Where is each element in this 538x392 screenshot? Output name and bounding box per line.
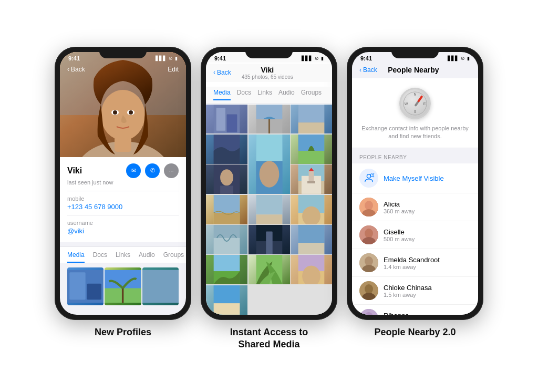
svg-rect-54 [266, 231, 272, 254]
message-button[interactable]: ✉ [126, 163, 141, 178]
person-name-alicia: Alicia [384, 200, 471, 208]
tab-audio[interactable]: Audio [139, 251, 155, 263]
back-button[interactable]: ‹ Back [359, 66, 377, 74]
grid-item-4[interactable] [206, 135, 247, 164]
username-field: username @viki [67, 215, 179, 239]
phone2-caption: Instant Access to Shared Media [230, 326, 308, 351]
more-button[interactable]: ··· [164, 163, 179, 178]
media-thumb-1[interactable] [67, 267, 104, 305]
person-row-alicia[interactable]: Alicia 360 m away [352, 193, 478, 221]
grid-item-5[interactable] [249, 135, 290, 194]
grid-item-2[interactable] [249, 105, 290, 134]
grid-item-8[interactable] [291, 164, 332, 194]
phone1-time: 9:41 [68, 55, 80, 61]
tab-media[interactable]: Media [67, 251, 85, 263]
more-icon: ··· [169, 168, 173, 174]
grid-item-6[interactable] [291, 135, 332, 164]
phone2-time: 9:41 [214, 55, 226, 61]
person-row-rihanna[interactable]: Rihanna 1.6 km away [352, 305, 478, 314]
grid-item-10[interactable] [249, 195, 290, 224]
person-dist-giselle: 500 m away [384, 236, 471, 242]
svg-point-75 [365, 201, 373, 210]
grid-item-18[interactable] [206, 285, 247, 315]
back-button[interactable]: ‹ Back [67, 66, 85, 73]
make-visible-icon [359, 169, 378, 188]
grid-item-17[interactable] [291, 255, 332, 284]
phone2-notch [245, 47, 293, 58]
person-info-giselle: Giselle 500 m away [384, 228, 471, 242]
tab-audio[interactable]: Audio [278, 89, 295, 100]
svg-rect-51 [214, 238, 240, 254]
phone2-tabs: Media Docs Links Audio Groups [206, 87, 332, 104]
person-row-emelda[interactable]: Emelda Scandroot 1.4 km away [352, 249, 478, 277]
grid-item-3[interactable] [291, 105, 332, 134]
phone-icon: ✆ [150, 167, 155, 174]
svg-rect-28 [256, 135, 282, 161]
person-dist-alicia: 360 m away [384, 208, 471, 214]
svg-point-84 [365, 284, 373, 294]
profile-nav: ‹ Back Edit [60, 64, 186, 75]
svg-rect-11 [87, 283, 101, 299]
tab-docs[interactable]: Docs [93, 251, 107, 263]
tab-links[interactable]: Links [116, 251, 130, 263]
svg-rect-45 [256, 195, 282, 214]
person-row-giselle[interactable]: Giselle 500 m away [352, 221, 478, 249]
svg-rect-57 [298, 243, 325, 254]
person-info-chioke: Chioke Chinasa 1.5 km away [384, 284, 471, 298]
phone1-caption: New Profiles [95, 326, 151, 338]
grid-item-1[interactable] [206, 105, 247, 134]
svg-rect-40 [307, 181, 315, 183]
media-grid [60, 263, 186, 315]
make-visible-text[interactable]: Make Myself Visible [384, 174, 444, 182]
svg-rect-16 [142, 270, 179, 302]
phone2-section: 9:41 ▋▋▋ ⊙ ▮ ‹ Back [201, 47, 337, 351]
tab-docs[interactable]: Docs [237, 89, 251, 100]
tab-links[interactable]: Links [257, 89, 272, 100]
phone2-status-icons: ▋▋▋ ⊙ ▮ [302, 56, 324, 61]
grid-item-12[interactable] [206, 225, 247, 254]
compass-icon: N S W E [399, 88, 431, 119]
tab-groups[interactable]: Groups [301, 89, 322, 100]
svg-rect-10 [69, 272, 85, 300]
media-thumb-3[interactable] [142, 267, 179, 305]
svg-point-29 [259, 161, 279, 187]
svg-point-8 [129, 110, 133, 115]
mobile-label: mobile [67, 195, 179, 202]
mobile-value[interactable]: +123 45 678 9000 [67, 203, 179, 211]
media-thumb-2[interactable] [105, 267, 141, 305]
svg-point-78 [365, 229, 373, 238]
grid-item-7[interactable] [206, 164, 247, 194]
grid-item-15[interactable] [206, 255, 247, 284]
grid-item-14[interactable] [291, 225, 332, 254]
grid-item-11[interactable] [291, 195, 332, 224]
phone2-frame: 9:41 ▋▋▋ ⊙ ▮ ‹ Back [201, 47, 337, 320]
svg-rect-59 [214, 255, 240, 271]
edit-button[interactable]: Edit [168, 66, 179, 73]
person-name-giselle: Giselle [384, 228, 471, 236]
profile-info: Viki ✉ ✆ ··· [60, 157, 186, 242]
signal-icon: ▋▋▋ [156, 56, 167, 61]
phone1-screen: 9:41 ▋▋▋ ⊙ ▮ [60, 52, 186, 315]
person-name-chioke: Chioke Chinasa [384, 284, 471, 292]
call-button[interactable]: ✆ [145, 163, 160, 178]
chevron-left-icon: ‹ [359, 66, 361, 74]
phone3-caption: People Nearby 2.0 [374, 326, 456, 338]
phone3-time: 9:41 [360, 55, 372, 61]
grid-item-9[interactable] [206, 195, 247, 224]
compass-section: N S W E Exchange contact info with peopl… [352, 78, 478, 149]
back-button[interactable]: ‹ Back [213, 69, 231, 76]
tab-media[interactable]: Media [213, 89, 231, 100]
avatar-rihanna [359, 309, 378, 314]
grid-item-16[interactable] [249, 255, 290, 284]
person-row-chioke[interactable]: Chioke Chinasa 1.5 km away [352, 277, 478, 305]
tab-groups[interactable]: Groups [163, 251, 184, 263]
phone3-status-icons: ▋▋▋ ⊙ ▮ [448, 56, 470, 61]
signal-icon: ▋▋▋ [302, 56, 313, 61]
grid-item-13[interactable] [249, 225, 290, 254]
make-visible-row[interactable]: Make Myself Visible [352, 163, 478, 193]
phone2-title-sub: 435 photos, 65 videos [242, 74, 293, 80]
svg-rect-25 [298, 122, 325, 134]
phone1-section: 9:41 ▋▋▋ ⊙ ▮ [55, 47, 191, 338]
username-value[interactable]: @viki [67, 227, 179, 235]
svg-rect-18 [216, 108, 225, 130]
